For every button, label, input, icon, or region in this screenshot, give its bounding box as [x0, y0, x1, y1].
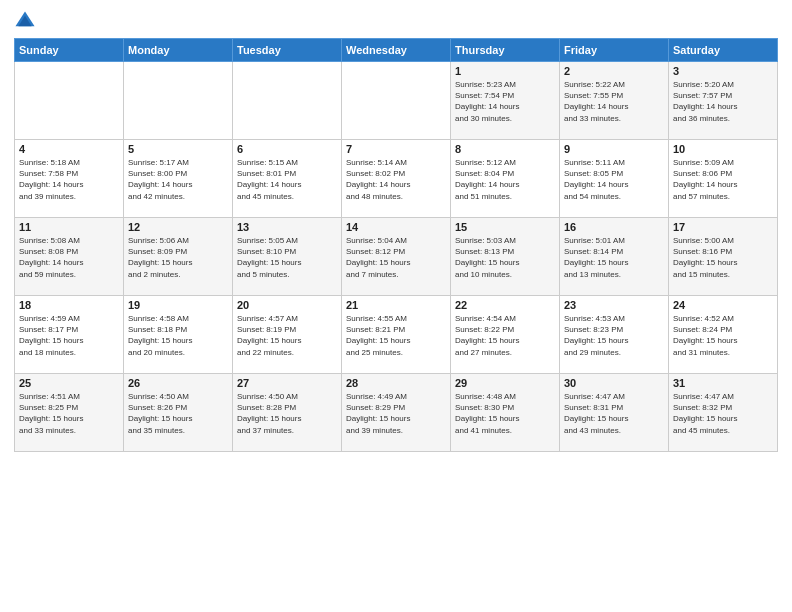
day-number: 4: [19, 143, 119, 155]
day-info: Sunrise: 4:51 AM Sunset: 8:25 PM Dayligh…: [19, 391, 119, 436]
week-row-5: 25Sunrise: 4:51 AM Sunset: 8:25 PM Dayli…: [15, 374, 778, 452]
day-cell: 28Sunrise: 4:49 AM Sunset: 8:29 PM Dayli…: [342, 374, 451, 452]
day-info: Sunrise: 5:05 AM Sunset: 8:10 PM Dayligh…: [237, 235, 337, 280]
day-number: 20: [237, 299, 337, 311]
day-cell: 20Sunrise: 4:57 AM Sunset: 8:19 PM Dayli…: [233, 296, 342, 374]
day-info: Sunrise: 5:08 AM Sunset: 8:08 PM Dayligh…: [19, 235, 119, 280]
day-info: Sunrise: 5:18 AM Sunset: 7:58 PM Dayligh…: [19, 157, 119, 202]
logo: [14, 10, 38, 32]
week-row-1: 1Sunrise: 5:23 AM Sunset: 7:54 PM Daylig…: [15, 62, 778, 140]
day-cell: 22Sunrise: 4:54 AM Sunset: 8:22 PM Dayli…: [451, 296, 560, 374]
week-row-3: 11Sunrise: 5:08 AM Sunset: 8:08 PM Dayli…: [15, 218, 778, 296]
day-number: 10: [673, 143, 773, 155]
day-cell: 21Sunrise: 4:55 AM Sunset: 8:21 PM Dayli…: [342, 296, 451, 374]
day-cell: 27Sunrise: 4:50 AM Sunset: 8:28 PM Dayli…: [233, 374, 342, 452]
page: SundayMondayTuesdayWednesdayThursdayFrid…: [0, 0, 792, 612]
day-number: 2: [564, 65, 664, 77]
day-number: 30: [564, 377, 664, 389]
col-header-wednesday: Wednesday: [342, 39, 451, 62]
day-info: Sunrise: 5:20 AM Sunset: 7:57 PM Dayligh…: [673, 79, 773, 124]
day-number: 1: [455, 65, 555, 77]
col-header-friday: Friday: [560, 39, 669, 62]
day-info: Sunrise: 5:23 AM Sunset: 7:54 PM Dayligh…: [455, 79, 555, 124]
day-cell: 17Sunrise: 5:00 AM Sunset: 8:16 PM Dayli…: [669, 218, 778, 296]
day-cell: [342, 62, 451, 140]
day-info: Sunrise: 4:55 AM Sunset: 8:21 PM Dayligh…: [346, 313, 446, 358]
header-row: SundayMondayTuesdayWednesdayThursdayFrid…: [15, 39, 778, 62]
day-cell: [233, 62, 342, 140]
day-number: 6: [237, 143, 337, 155]
day-cell: 1Sunrise: 5:23 AM Sunset: 7:54 PM Daylig…: [451, 62, 560, 140]
day-cell: 24Sunrise: 4:52 AM Sunset: 8:24 PM Dayli…: [669, 296, 778, 374]
day-info: Sunrise: 5:14 AM Sunset: 8:02 PM Dayligh…: [346, 157, 446, 202]
day-cell: 4Sunrise: 5:18 AM Sunset: 7:58 PM Daylig…: [15, 140, 124, 218]
day-info: Sunrise: 4:54 AM Sunset: 8:22 PM Dayligh…: [455, 313, 555, 358]
day-cell: 13Sunrise: 5:05 AM Sunset: 8:10 PM Dayli…: [233, 218, 342, 296]
day-number: 17: [673, 221, 773, 233]
day-number: 8: [455, 143, 555, 155]
day-info: Sunrise: 4:49 AM Sunset: 8:29 PM Dayligh…: [346, 391, 446, 436]
week-row-4: 18Sunrise: 4:59 AM Sunset: 8:17 PM Dayli…: [15, 296, 778, 374]
day-info: Sunrise: 5:17 AM Sunset: 8:00 PM Dayligh…: [128, 157, 228, 202]
calendar-table: SundayMondayTuesdayWednesdayThursdayFrid…: [14, 38, 778, 452]
day-number: 29: [455, 377, 555, 389]
day-cell: 7Sunrise: 5:14 AM Sunset: 8:02 PM Daylig…: [342, 140, 451, 218]
day-cell: 19Sunrise: 4:58 AM Sunset: 8:18 PM Dayli…: [124, 296, 233, 374]
day-cell: 18Sunrise: 4:59 AM Sunset: 8:17 PM Dayli…: [15, 296, 124, 374]
day-number: 15: [455, 221, 555, 233]
day-cell: 3Sunrise: 5:20 AM Sunset: 7:57 PM Daylig…: [669, 62, 778, 140]
header: [14, 10, 778, 32]
logo-icon: [14, 10, 36, 32]
day-info: Sunrise: 4:50 AM Sunset: 8:28 PM Dayligh…: [237, 391, 337, 436]
day-number: 31: [673, 377, 773, 389]
col-header-monday: Monday: [124, 39, 233, 62]
day-info: Sunrise: 4:53 AM Sunset: 8:23 PM Dayligh…: [564, 313, 664, 358]
col-header-tuesday: Tuesday: [233, 39, 342, 62]
day-info: Sunrise: 5:01 AM Sunset: 8:14 PM Dayligh…: [564, 235, 664, 280]
day-info: Sunrise: 4:57 AM Sunset: 8:19 PM Dayligh…: [237, 313, 337, 358]
day-number: 21: [346, 299, 446, 311]
day-info: Sunrise: 4:47 AM Sunset: 8:32 PM Dayligh…: [673, 391, 773, 436]
day-cell: [124, 62, 233, 140]
day-number: 13: [237, 221, 337, 233]
day-cell: 9Sunrise: 5:11 AM Sunset: 8:05 PM Daylig…: [560, 140, 669, 218]
day-info: Sunrise: 4:58 AM Sunset: 8:18 PM Dayligh…: [128, 313, 228, 358]
day-number: 25: [19, 377, 119, 389]
day-number: 23: [564, 299, 664, 311]
col-header-thursday: Thursday: [451, 39, 560, 62]
day-info: Sunrise: 4:47 AM Sunset: 8:31 PM Dayligh…: [564, 391, 664, 436]
day-info: Sunrise: 5:00 AM Sunset: 8:16 PM Dayligh…: [673, 235, 773, 280]
day-cell: 2Sunrise: 5:22 AM Sunset: 7:55 PM Daylig…: [560, 62, 669, 140]
day-cell: 14Sunrise: 5:04 AM Sunset: 8:12 PM Dayli…: [342, 218, 451, 296]
day-info: Sunrise: 5:11 AM Sunset: 8:05 PM Dayligh…: [564, 157, 664, 202]
day-number: 5: [128, 143, 228, 155]
day-info: Sunrise: 4:48 AM Sunset: 8:30 PM Dayligh…: [455, 391, 555, 436]
col-header-sunday: Sunday: [15, 39, 124, 62]
day-cell: 23Sunrise: 4:53 AM Sunset: 8:23 PM Dayli…: [560, 296, 669, 374]
day-info: Sunrise: 4:52 AM Sunset: 8:24 PM Dayligh…: [673, 313, 773, 358]
day-cell: 30Sunrise: 4:47 AM Sunset: 8:31 PM Dayli…: [560, 374, 669, 452]
day-number: 19: [128, 299, 228, 311]
day-info: Sunrise: 5:12 AM Sunset: 8:04 PM Dayligh…: [455, 157, 555, 202]
day-cell: [15, 62, 124, 140]
day-number: 24: [673, 299, 773, 311]
day-number: 27: [237, 377, 337, 389]
day-info: Sunrise: 5:15 AM Sunset: 8:01 PM Dayligh…: [237, 157, 337, 202]
week-row-2: 4Sunrise: 5:18 AM Sunset: 7:58 PM Daylig…: [15, 140, 778, 218]
day-cell: 15Sunrise: 5:03 AM Sunset: 8:13 PM Dayli…: [451, 218, 560, 296]
day-info: Sunrise: 4:50 AM Sunset: 8:26 PM Dayligh…: [128, 391, 228, 436]
day-number: 14: [346, 221, 446, 233]
day-info: Sunrise: 5:06 AM Sunset: 8:09 PM Dayligh…: [128, 235, 228, 280]
day-number: 18: [19, 299, 119, 311]
day-cell: 5Sunrise: 5:17 AM Sunset: 8:00 PM Daylig…: [124, 140, 233, 218]
day-info: Sunrise: 5:04 AM Sunset: 8:12 PM Dayligh…: [346, 235, 446, 280]
day-number: 16: [564, 221, 664, 233]
col-header-saturday: Saturday: [669, 39, 778, 62]
day-cell: 29Sunrise: 4:48 AM Sunset: 8:30 PM Dayli…: [451, 374, 560, 452]
day-cell: 11Sunrise: 5:08 AM Sunset: 8:08 PM Dayli…: [15, 218, 124, 296]
day-cell: 12Sunrise: 5:06 AM Sunset: 8:09 PM Dayli…: [124, 218, 233, 296]
day-number: 9: [564, 143, 664, 155]
day-number: 22: [455, 299, 555, 311]
day-cell: 25Sunrise: 4:51 AM Sunset: 8:25 PM Dayli…: [15, 374, 124, 452]
day-number: 26: [128, 377, 228, 389]
